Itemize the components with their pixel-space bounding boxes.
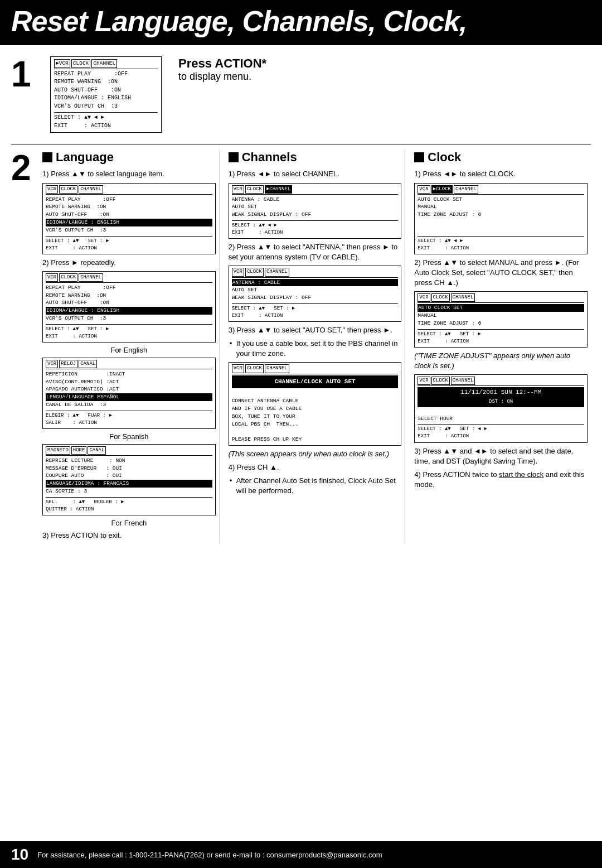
clock-column: Clock 1) Press ◄► to select CLOCK. VCR ►… (411, 150, 591, 543)
channels-column: Channels 1) Press ◄► to select CHANNEL. … (225, 150, 406, 543)
clock-title: Clock (414, 150, 588, 165)
language-column: Language 1) Press ▲▼ to select language … (39, 150, 220, 543)
channels-icon (229, 152, 239, 162)
press-action-label: Press ACTION* (178, 56, 266, 71)
lang-step3-desc: 3) Press ACTION to exit. (42, 531, 216, 541)
lang-screen-french: MAGNETO HORE CANAL REPRISE LECTURE : NON… (42, 444, 216, 515)
for-english-label: For English (42, 346, 216, 354)
clk-step4-desc: 4) Press ACTION twice to start the clock… (414, 470, 588, 490)
to-display-label: to display menu. (178, 71, 266, 83)
ch-step2-desc: 2) Press ▲▼ to select "ANTENNA," then pr… (229, 242, 402, 262)
clk-screen2b: VCR CLOCK CHANNEL 11/11/2001 SUN 12:--PM… (414, 374, 588, 443)
channels-title: Channels (229, 150, 402, 165)
footer-text: For assistance, please call : 1-800-211-… (37, 851, 382, 859)
main-content: 1 ►VCR CLOCK CHANNEL REPEAT PLAY :OFF RE… (0, 45, 602, 589)
step1-screen: ►VCR CLOCK CHANNEL REPEAT PLAY :OFF REMO… (50, 56, 162, 133)
step1-section: 1 ►VCR CLOCK CHANNEL REPEAT PLAY :OFF RE… (11, 51, 591, 138)
clock-icon (414, 152, 424, 162)
step2-number: 2 (11, 150, 39, 186)
clk-step2-desc: 2) Press ▲▼ to select MANUAL and press ►… (414, 258, 588, 288)
for-french-label: For French (42, 519, 216, 527)
ch-step3-desc: 3) Press ▲▼ to select "AUTO SET," then p… (229, 325, 402, 335)
step1-number: 1 (11, 56, 39, 92)
ch-screen2: VCR CLOCK CHANNEL ANTENNA : CABLE AUTO S… (229, 266, 402, 321)
ch-step3-bullet: If you use a cable box, set it to the PB… (236, 339, 402, 359)
clk-timezone-note: ("TIME ZONE ADJUST" appears only when au… (414, 351, 588, 371)
lang-step2-desc: 2) Press ► repeatedly. (42, 258, 216, 268)
lang-screen2: VCR CLOCK CHANNEL REPEAT PLAY :OFF REMOT… (42, 271, 216, 343)
ch-step4-desc: 4) Press CH ▲. (229, 462, 402, 472)
clk-screen2a: VCR CLOCK CHANNEL AUTO CLOCK SET MANUAL … (414, 291, 588, 347)
clk-step1-desc: 1) Press ◄► to select CLOCK. (414, 169, 588, 179)
for-spanish-label: For Spanish (42, 432, 216, 441)
lang-step1-desc: 1) Press ▲▼ to select language item. (42, 169, 216, 179)
section-divider (11, 144, 591, 144)
ch-screen1: VCR CLOCK ►CHANNEL ANTENNA : CABLE AUTO … (229, 183, 402, 239)
step2-section: 2 Language 1) Press ▲▼ to select languag… (11, 150, 591, 543)
lang-screen1: VCR CLOCK CHANNEL REPEAT PLAY :OFF REMOT… (42, 183, 216, 254)
lang-screen-spanish: VCR RELOJ CANAL REPETICION :INACT AVISO(… (42, 358, 216, 429)
clk-step3-desc: 3) Press ▲▼ and ◄► to select and set the… (414, 446, 588, 466)
ch-screen3: VCR CLOCK CHANNEL CHANNEL/CLOCK AUTO SET… (229, 362, 402, 445)
page-number: 10 (11, 846, 28, 864)
columns-wrapper: Language 1) Press ▲▼ to select language … (39, 150, 591, 543)
language-title: Language (42, 150, 216, 165)
ch-step4-bullet: After Channel Auto Set is finished, Cloc… (236, 476, 402, 496)
page-title: Reset Language, Channels, Clock, (0, 0, 602, 45)
ch-screen3-note: (This screen appears only when auto cloc… (229, 449, 402, 459)
page-footer: 10 For assistance, please call : 1-800-2… (0, 841, 602, 868)
clk-screen1: VCR ►CLOCK CHANNEL AUTO CLOCK SET MANUAL… (414, 183, 588, 254)
step1-text: Press ACTION* to display menu. (178, 56, 266, 83)
ch-step1-desc: 1) Press ◄► to select CHANNEL. (229, 169, 402, 179)
language-icon (42, 152, 52, 162)
